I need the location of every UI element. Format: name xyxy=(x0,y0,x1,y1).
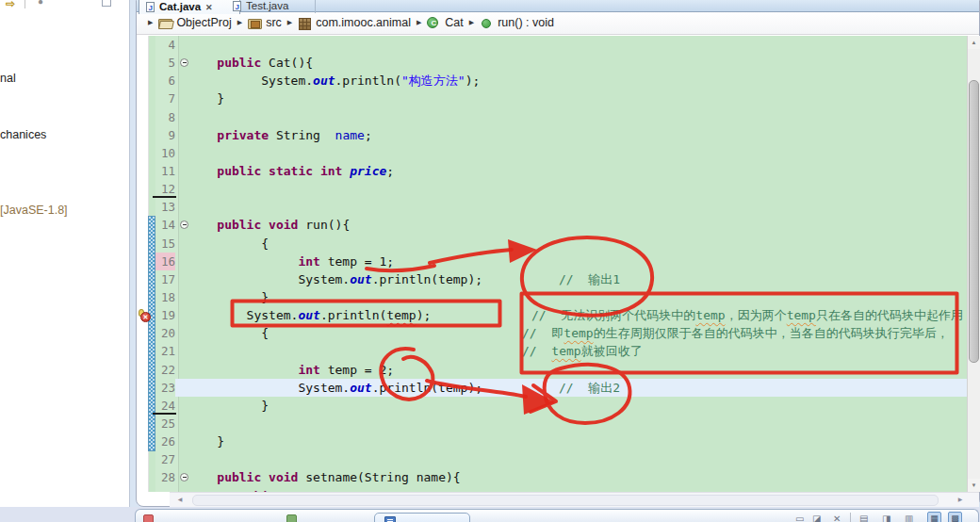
breadcrumb-arrow-icon[interactable]: ▶ xyxy=(469,19,474,26)
breadcrumb-item-run-void[interactable]: run() : void xyxy=(480,16,554,29)
line-number[interactable]: 19 xyxy=(155,306,175,324)
scrollbar-right-icon[interactable]: ▶ xyxy=(954,493,967,506)
line-number[interactable]: 7 xyxy=(155,90,175,107)
line-number[interactable]: 5 xyxy=(155,54,175,72)
line-number[interactable]: 11 xyxy=(155,162,175,180)
tab-console[interactable] xyxy=(374,513,470,522)
dot-icon[interactable]: ● xyxy=(38,0,43,7)
breadcrumb-arrow-icon[interactable]: ▶ xyxy=(287,19,292,26)
line-number[interactable]: 6 xyxy=(155,72,175,90)
vertical-scrollbar-thumb[interactable] xyxy=(969,80,979,363)
breadcrumb-item-src[interactable]: src xyxy=(248,16,282,29)
problems-icon[interactable] xyxy=(143,514,154,522)
breadcrumb-arrow-icon[interactable]: ▶ xyxy=(148,19,153,26)
code-line[interactable]: 19✕ System.out.println(temp);// 无法识别两个代码… xyxy=(138,306,967,324)
code-line[interactable]: 9 private String name; xyxy=(138,126,967,144)
package-explorer-item[interactable]: chanices xyxy=(0,128,46,141)
line-number[interactable]: 25 xyxy=(155,415,175,432)
code-editor[interactable]: 45 public Cat(){6 System.out.println("构造… xyxy=(138,36,967,492)
forward-arrow-icon[interactable]: ⇨ xyxy=(6,0,15,10)
line-number[interactable]: 20 xyxy=(155,324,175,342)
line-number[interactable]: 14 xyxy=(155,216,175,234)
code-text: { xyxy=(188,235,269,253)
vertical-scrollbar[interactable]: ▲ ▼ xyxy=(967,36,980,492)
code-line[interactable]: 23 System.out.println(temp);// 输出2 xyxy=(138,379,967,397)
code-line[interactable]: 7 } xyxy=(138,90,967,107)
code-line[interactable]: 15 { xyxy=(138,235,967,253)
code-line[interactable]: 28 public void setname(String name){ xyxy=(138,468,967,486)
breadcrumb-label: Cat xyxy=(445,16,463,29)
line-number[interactable]: 10 xyxy=(155,144,175,162)
bottom-toolbar-icon[interactable]: ✕ xyxy=(833,514,841,522)
bottom-toolbar-icon[interactable]: ▤ xyxy=(859,514,868,522)
line-number[interactable]: 16 xyxy=(155,253,175,270)
code-line[interactable]: 6 System.out.println("构造方法"); xyxy=(138,72,967,90)
code-text: System.out.println(temp); xyxy=(188,306,431,324)
view-button-icon[interactable] xyxy=(102,0,111,7)
code-line[interactable]: 10 xyxy=(138,144,967,162)
code-line[interactable]: 26 } xyxy=(138,432,967,450)
tab-cat-java[interactable]: Cat.java✕ xyxy=(139,0,240,14)
line-number[interactable]: 4 xyxy=(155,36,175,54)
bottom-toolbar-icon[interactable]: ▥ xyxy=(905,514,913,522)
line-number[interactable]: 17 xyxy=(155,270,175,288)
error-marker-icon[interactable]: ✕ xyxy=(140,312,151,322)
code-line[interactable]: 12 xyxy=(138,180,967,198)
scrollbar-left-icon[interactable]: ◀ xyxy=(173,493,187,506)
horizontal-scrollbar[interactable]: ◀ ▶ xyxy=(170,492,979,507)
horizontal-scrollbar-thumb[interactable] xyxy=(192,495,939,506)
bottom-toolbar-icon[interactable]: ▭ xyxy=(795,514,804,522)
code-line[interactable]: 25 xyxy=(138,415,967,432)
code-line[interactable]: 5 public Cat(){ xyxy=(138,54,967,72)
line-number[interactable]: 8 xyxy=(155,108,175,126)
close-icon[interactable]: ✕ xyxy=(205,3,213,12)
code-line[interactable]: 27 xyxy=(138,450,967,468)
line-number[interactable]: 9 xyxy=(155,126,175,144)
line-number[interactable]: 13 xyxy=(155,198,175,216)
line-number[interactable]: 21 xyxy=(155,342,175,360)
tab-label: Test.java xyxy=(246,0,288,11)
code-comment: // 无法识别两个代码块中的temp，因为两个temp只在各自的代码块中起作用 xyxy=(531,306,963,324)
code-text: System.out.println("构造方法"); xyxy=(188,72,480,90)
line-number[interactable]: 27 xyxy=(155,450,175,468)
code-line[interactable]: 22 int temp = 2; xyxy=(138,361,967,379)
bottom-toolbar-icon[interactable]: ▩ xyxy=(948,512,962,522)
code-line[interactable]: 18 } xyxy=(138,288,967,306)
line-number[interactable]: 18 xyxy=(155,288,175,306)
code-line[interactable]: 20 {// 即temp的生存周期仅限于各自的代码块中，当各自的代码块执行完毕后… xyxy=(138,324,967,342)
bottom-toolbar-icon[interactable]: ◪ xyxy=(812,514,821,522)
line-number[interactable]: 28 xyxy=(155,468,175,486)
code-line[interactable]: 14 public void run(){ xyxy=(138,216,967,234)
tab-test-java[interactable]: Test.java xyxy=(226,0,316,13)
breadcrumb-arrow-icon[interactable]: ▶ xyxy=(416,19,421,26)
line-number[interactable]: 15 xyxy=(155,235,175,253)
breadcrumb-item-com-imooc-animal[interactable]: com.imooc.animal xyxy=(298,16,411,29)
javadoc-icon[interactable] xyxy=(286,514,297,522)
code-line[interactable]: 24 } xyxy=(138,397,967,415)
line-number[interactable]: 24 xyxy=(155,397,175,415)
bottom-toolbar-icon[interactable]: ◨ xyxy=(882,514,890,522)
scrollbar-down-icon[interactable]: ▼ xyxy=(968,479,980,492)
code-comment: // temp就被回收了 xyxy=(522,342,643,360)
breadcrumb-label: src xyxy=(266,16,282,29)
code-line[interactable]: 17 System.out.println(temp);// 输出1 xyxy=(138,270,967,288)
line-number[interactable]: 22 xyxy=(155,361,175,379)
line-number[interactable]: 23 xyxy=(155,379,175,397)
scrollbar-up-icon[interactable]: ▲ xyxy=(968,36,980,49)
code-line[interactable]: 11 public static int price; xyxy=(138,162,967,180)
package-explorer-item[interactable]: nal xyxy=(0,72,16,85)
code-line[interactable]: 4 xyxy=(138,36,967,54)
code-line[interactable]: 13 xyxy=(138,198,967,216)
bottom-toolbar-icon[interactable]: ▦ xyxy=(927,512,941,522)
code-text: { xyxy=(188,324,269,342)
code-comment: // 输出1 xyxy=(559,270,620,288)
code-line[interactable]: 16 int temp = 1; xyxy=(138,253,967,270)
breadcrumb-arrow-icon[interactable]: ▶ xyxy=(237,19,242,26)
code-line[interactable]: 8 xyxy=(138,108,967,126)
package-explorer-item[interactable]: [JavaSE-1.8] xyxy=(0,204,68,217)
breadcrumb-item-objectproj[interactable]: ObjectProj xyxy=(158,16,231,29)
breadcrumb-item-cat[interactable]: Cat xyxy=(427,16,463,29)
line-number[interactable]: 26 xyxy=(155,432,175,450)
code-line[interactable]: 21// temp就被回收了 xyxy=(138,342,967,360)
line-number[interactable]: 12 xyxy=(155,180,175,198)
